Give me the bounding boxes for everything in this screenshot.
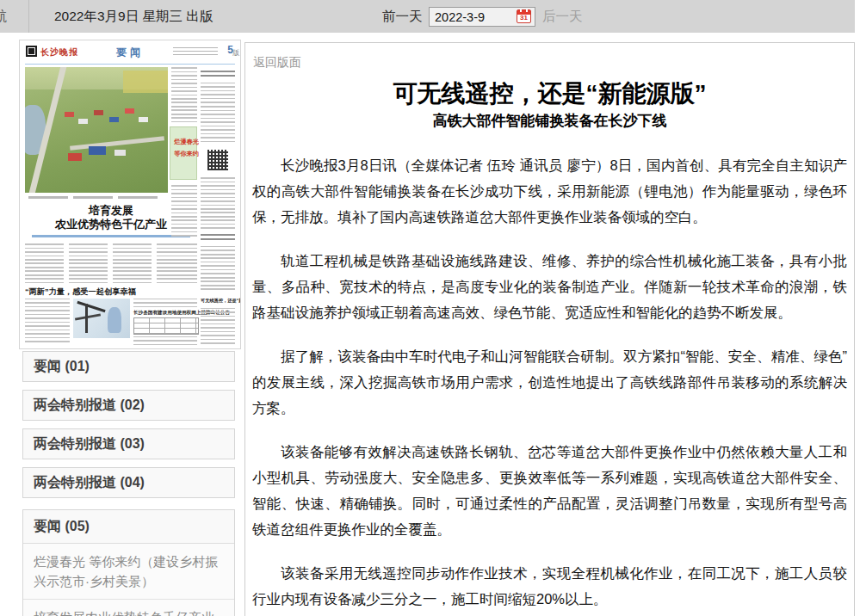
thumb-text-lines xyxy=(201,308,235,344)
thumb-masthead-meta-lines xyxy=(173,47,218,56)
article-subtitle: 高铁大部件智能铺换装备在长沙下线 xyxy=(245,111,854,131)
photo-road xyxy=(70,136,164,150)
machinery-shape xyxy=(85,304,88,333)
photo-yellow-field xyxy=(123,71,168,93)
thumb-text-lines xyxy=(201,83,235,143)
article-body: 长沙晚报3月8日讯（全媒体记者 伍玲 通讯员 廖宁）8日，国内首创、具有完全自主… xyxy=(252,152,847,616)
thumb-text-lines xyxy=(133,336,197,345)
nav-partial-text[interactable]: 航 xyxy=(0,0,7,33)
worker-photo xyxy=(73,299,130,338)
thumb-text-lines xyxy=(69,243,108,283)
thumb-headline-lines xyxy=(201,71,235,78)
thumb-masthead-rule xyxy=(25,64,235,65)
date-picker[interactable]: 31 xyxy=(429,7,535,27)
machinery-shape xyxy=(75,313,101,320)
photo-house xyxy=(139,117,148,122)
article-paragraph: 该装备采用无线遥控同步动作作业技术，实现全程机械化作业，在同工况下，施工人员较行… xyxy=(252,560,847,612)
sidebar-section-05-group: 要闻 (05) 烂漫春光 等你来约（建设乡村振兴示范市·乡村美景） 培育发展农业… xyxy=(22,509,235,616)
thumb-right-column: 可无线遥控，还是“新能源版” xyxy=(201,67,235,344)
thumb-notice-table xyxy=(133,317,199,335)
article-panel: 返回版面 可无线遥控，还是“新能源版” 高铁大部件智能铺换装备在长沙下线 长沙晚… xyxy=(244,42,855,616)
thumb-subhead-line xyxy=(32,235,190,237)
photo-caption-lines xyxy=(28,196,158,199)
back-to-page-link[interactable]: 返回版面 xyxy=(253,55,301,71)
promo-box: 烂漫春光 等你来约 xyxy=(170,126,197,180)
sidebar-article-link[interactable]: 培育发展农业优势特色千亿产业 xyxy=(23,600,234,616)
photo-house xyxy=(78,119,88,124)
photo-house xyxy=(68,153,82,161)
article-paragraph: 据了解，该装备由中车时代电子和山河智能联合研制。双方紧扣“智能、安全、精准、绿色… xyxy=(252,343,847,421)
thumb-text-lines xyxy=(171,185,197,237)
thumb-text-lines xyxy=(171,67,197,122)
thumb-text-columns xyxy=(25,243,197,283)
calendar-icon-day: 31 xyxy=(517,14,530,22)
sidebar-section-03[interactable]: 两会特别报道 (03) xyxy=(22,428,235,459)
promo-text: 等你来约 xyxy=(174,150,193,158)
thumb-text-lines xyxy=(113,243,152,283)
thumb-right-bottom-headline: 可无线遥控，还是“新能源版” xyxy=(201,298,232,304)
sidebar-article-link[interactable]: 烂漫春光 等你来约（建设乡村振兴示范市·乡村美景） xyxy=(23,544,234,600)
thumb-headline-lines xyxy=(201,234,235,242)
thumb-page-word: 版 xyxy=(232,48,239,58)
article-title: 可无线遥控，还是“新能源版” xyxy=(245,77,854,110)
aerial-village-photo xyxy=(25,67,168,193)
thumb-feature-headline: “两新”力量，感受一起创享幸福 xyxy=(25,286,183,298)
photo-house xyxy=(89,146,106,155)
thumb-text-lines xyxy=(25,299,70,343)
photo-house xyxy=(125,108,134,114)
page-thumbnail[interactable]: 长沙晚报 要闻 5 版 培育发展 农业优势特色千亿产业 xyxy=(19,40,241,349)
publish-date-label: 2022年3月9日 星期三 出版 xyxy=(54,0,213,33)
thumb-text-lines xyxy=(25,243,64,283)
photo-house xyxy=(109,117,119,122)
thumb-text-lines xyxy=(157,243,197,283)
article-paragraph: 轨道工程机械是铁路基础设施线路建设、维修、养护的综合性机械化施工装备，具有小批量… xyxy=(252,248,847,325)
article-paragraph: 长沙晚报3月8日讯（全媒体记者 伍玲 通讯员 廖宁）8日，国内首创、具有完全自主… xyxy=(252,152,847,230)
sidebar-section-04[interactable]: 两会特别报道 (04) xyxy=(22,467,235,498)
thumb-text-lines xyxy=(133,299,197,307)
photo-house xyxy=(94,110,103,115)
thumb-text-lines xyxy=(201,246,235,293)
sidebar-section-02[interactable]: 两会特别报道 (02) xyxy=(22,390,235,421)
photo-house xyxy=(65,112,74,117)
promo-text: 烂漫春光 xyxy=(174,138,193,146)
calendar-icon[interactable]: 31 xyxy=(517,9,531,23)
sidebar-section-01[interactable]: 要闻 (01) xyxy=(22,351,235,382)
thumb-notice-title: 长沙县国有建设用地使用权网上挂牌出让公告 xyxy=(133,309,197,316)
epaper-reader-screen: 航 2022年3月9日 星期三 出版 前一天 31 后一天 长沙晚报 要闻 5 … xyxy=(0,0,860,616)
machinery-shape xyxy=(77,301,105,312)
topbar-divider xyxy=(28,0,29,33)
photo-house xyxy=(114,150,126,156)
qr-code xyxy=(207,150,228,170)
thumb-text-lines xyxy=(201,177,235,229)
date-input[interactable] xyxy=(430,8,517,26)
topbar: 航 2022年3月9日 星期三 出版 前一天 31 后一天 xyxy=(0,0,855,33)
article-paragraph: 该装备能够有效解决高速铁路长钢轨、岔芯等道岔大部件更换作业中仍然依赖大量人工和小… xyxy=(252,439,847,542)
next-day-button-disabled[interactable]: 后一天 xyxy=(542,0,583,33)
sidebar-section-05-header[interactable]: 要闻 (05) xyxy=(23,510,234,544)
prev-day-button[interactable]: 前一天 xyxy=(382,0,423,33)
worker-figure xyxy=(108,307,121,333)
